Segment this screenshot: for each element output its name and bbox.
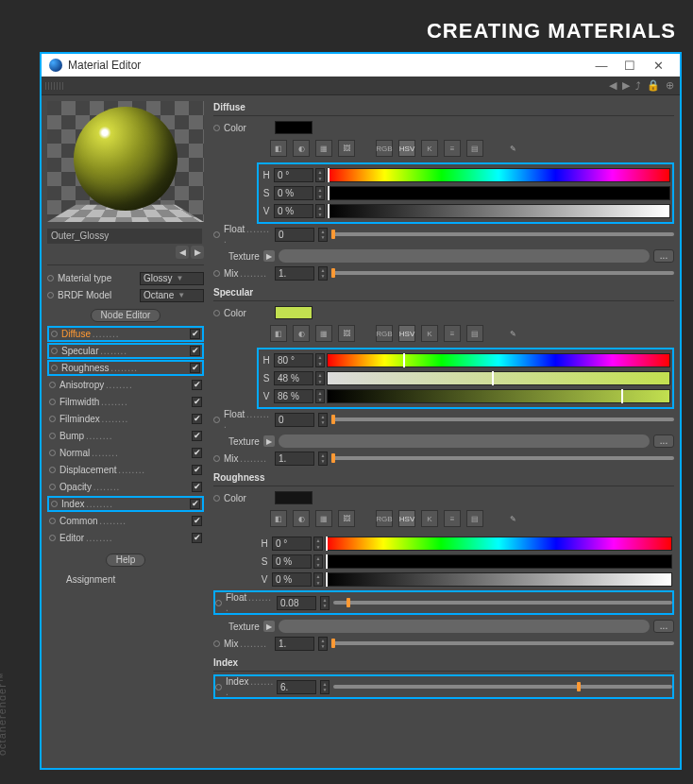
channel-checkbox[interactable]: ✔ [192, 482, 202, 492]
picker-icon[interactable]: ◧ [270, 140, 287, 157]
spectrum-icon[interactable]: ▦ [315, 325, 332, 342]
value-input[interactable]: 0 ° [272, 537, 312, 551]
swatches-icon[interactable]: ▤ [466, 325, 483, 342]
rgb-button[interactable]: RGB [376, 325, 393, 342]
rgb-button[interactable]: RGB [376, 140, 393, 157]
close-button[interactable]: ✕ [644, 59, 672, 73]
spinner[interactable]: ▲▼ [318, 228, 328, 242]
new-tab-icon[interactable]: ⊕ [666, 79, 674, 92]
next-material-button[interactable]: ▶ [191, 246, 204, 259]
value-input[interactable]: 0 % [272, 554, 312, 569]
image-icon[interactable]: 🖼 [338, 140, 355, 157]
channel-checkbox[interactable]: ✔ [190, 329, 200, 339]
spinner[interactable]: ▲▼ [318, 452, 328, 466]
spectrum-icon[interactable]: ▦ [315, 140, 332, 157]
value-input[interactable]: 0 ° [274, 168, 313, 182]
texture-browse-button[interactable]: ... [653, 435, 674, 448]
value-input[interactable]: 0 [275, 413, 314, 427]
lock-icon[interactable]: 🔒 [647, 79, 660, 92]
spinner[interactable]: ▲▼ [315, 371, 325, 385]
help-button[interactable]: Help [106, 554, 146, 567]
kelvin-button[interactable]: K [421, 140, 438, 157]
swatches-icon[interactable]: ▤ [466, 140, 483, 157]
channel-checkbox[interactable]: ✔ [192, 397, 202, 407]
channel-checkbox[interactable]: ✔ [192, 465, 202, 475]
channel-checkbox[interactable]: ✔ [192, 380, 202, 390]
value-input[interactable]: 86 % [274, 389, 313, 403]
spinner[interactable]: ▲▼ [315, 168, 325, 182]
hsv-button[interactable]: HSV [398, 510, 415, 527]
hue-slider[interactable] [325, 537, 672, 551]
brdf-model-dropdown[interactable]: Octane▼ [140, 289, 204, 302]
spinner[interactable]: ▲▼ [313, 572, 323, 587]
float-slider[interactable] [333, 601, 672, 605]
channel-editor[interactable]: Editor✔ [47, 530, 204, 546]
value-slider[interactable] [325, 572, 672, 587]
spinner[interactable]: ▲▼ [315, 204, 325, 218]
channel-checkbox[interactable]: ✔ [190, 363, 200, 373]
prev-material-button[interactable]: ◀ [176, 246, 189, 259]
texture-expand-icon[interactable]: ▶ [263, 621, 275, 632]
material-name-input[interactable] [47, 229, 202, 244]
channel-checkbox[interactable]: ✔ [192, 516, 202, 526]
image-icon[interactable]: 🖼 [338, 510, 355, 527]
swatches-icon[interactable]: ▤ [466, 510, 483, 527]
mixer-icon[interactable]: ≡ [444, 325, 461, 342]
eyedropper-icon[interactable]: ✎ [504, 510, 521, 527]
spectrum-icon[interactable]: ▦ [315, 510, 332, 527]
spinner[interactable]: ▲▼ [313, 537, 323, 551]
material-preview[interactable] [47, 101, 204, 222]
wheel-icon[interactable]: ◐ [293, 140, 310, 157]
index-slider[interactable] [333, 685, 672, 689]
value-slider[interactable] [327, 389, 670, 403]
texture-field[interactable] [279, 435, 650, 448]
texture-browse-button[interactable]: ... [653, 620, 674, 633]
hue-slider[interactable] [327, 168, 670, 182]
material-type-dropdown[interactable]: Glossy▼ [140, 272, 204, 285]
color-swatch[interactable] [275, 491, 313, 504]
value-input[interactable]: 0 [275, 228, 314, 242]
channel-anisotropy[interactable]: Anisotropy✔ [47, 377, 204, 393]
picker-icon[interactable]: ◧ [270, 510, 287, 527]
spinner[interactable]: ▲▼ [313, 554, 323, 569]
spinner[interactable]: ▲▼ [318, 637, 328, 651]
picker-icon[interactable]: ◧ [270, 325, 287, 342]
texture-field[interactable] [279, 249, 650, 263]
value-slider[interactable] [327, 204, 670, 218]
eyedropper-icon[interactable]: ✎ [504, 325, 521, 342]
up-icon[interactable]: ⤴ [635, 80, 641, 92]
channel-checkbox[interactable]: ✔ [190, 499, 200, 509]
float-slider[interactable] [331, 232, 674, 236]
channel-checkbox[interactable]: ✔ [192, 414, 202, 424]
spinner[interactable]: ▲▼ [315, 186, 325, 200]
channel-roughness[interactable]: Roughness✔ [47, 360, 204, 376]
back-icon[interactable]: ◀ [609, 79, 617, 92]
spinner[interactable]: ▲▼ [315, 353, 325, 367]
value-input[interactable]: 80 ° [274, 353, 313, 367]
value-input[interactable]: 6. [277, 680, 316, 694]
spinner[interactable]: ▲▼ [315, 389, 325, 403]
color-swatch[interactable] [275, 121, 313, 134]
channel-filmindex[interactable]: Filmindex✔ [47, 411, 204, 427]
hsv-button[interactable]: HSV [398, 325, 415, 342]
titlebar[interactable]: Material Editor — ☐ ✕ [42, 54, 680, 77]
channel-common[interactable]: Common✔ [47, 513, 204, 529]
mix-slider[interactable] [331, 641, 674, 645]
value-input[interactable]: 0 % [274, 186, 313, 200]
saturation-slider[interactable] [325, 554, 672, 569]
channel-checkbox[interactable]: ✔ [192, 431, 202, 441]
channel-displacement[interactable]: Displacement✔ [47, 462, 204, 478]
color-swatch[interactable] [275, 306, 313, 319]
value-input[interactable]: 1. [275, 452, 314, 466]
value-input[interactable]: 0 % [272, 572, 312, 587]
spinner[interactable]: ▲▼ [320, 680, 330, 694]
saturation-slider[interactable] [327, 371, 670, 385]
channel-checkbox[interactable]: ✔ [192, 448, 202, 458]
channel-checkbox[interactable]: ✔ [190, 346, 200, 356]
channel-normal[interactable]: Normal✔ [47, 445, 204, 461]
minimize-button[interactable]: — [587, 59, 616, 73]
kelvin-button[interactable]: K [421, 325, 438, 342]
wheel-icon[interactable]: ◐ [293, 510, 310, 527]
value-input[interactable]: 1. [275, 266, 314, 281]
texture-expand-icon[interactable]: ▶ [263, 435, 275, 447]
